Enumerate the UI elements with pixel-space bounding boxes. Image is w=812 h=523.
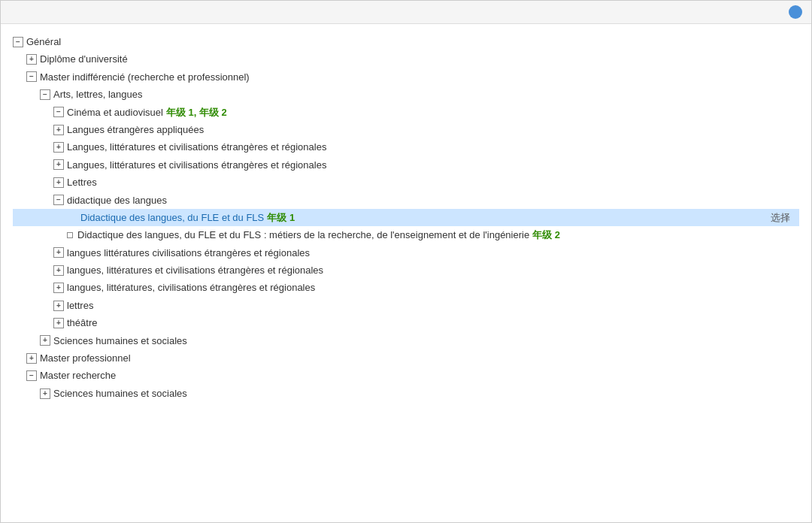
- node-label: théâtre: [67, 314, 97, 331]
- expand-icon[interactable]: +: [53, 177, 64, 188]
- year-badge: 年级 1, 年级 2: [166, 104, 227, 121]
- node-label: Sciences humaines et sociales: [53, 385, 187, 402]
- tree-row[interactable]: +Langues, littératures et civilisations …: [13, 156, 799, 174]
- collapse-icon[interactable]: −: [26, 71, 37, 82]
- tree-row[interactable]: −Arts, lettres, langues: [13, 86, 799, 103]
- node-label: didactique des langues: [67, 192, 167, 209]
- node-label: Arts, lettres, langues: [53, 86, 143, 103]
- tree-row[interactable]: −Master recherche: [13, 367, 799, 384]
- bullet-icon: [67, 232, 73, 238]
- node-label: Master indifférencié (recherche et profe…: [40, 68, 250, 86]
- tree-row[interactable]: +langues littératures civilisations étra…: [13, 244, 799, 262]
- expand-icon[interactable]: +: [53, 247, 64, 258]
- node-label: Master recherche: [40, 367, 116, 384]
- node-label: Master professionnel: [40, 349, 131, 367]
- expand-icon[interactable]: +: [53, 283, 64, 293]
- expand-icon[interactable]: +: [53, 301, 64, 311]
- year-badge: 年级 1: [267, 209, 295, 226]
- node-label: lettres: [67, 297, 93, 314]
- expand-icon[interactable]: +: [53, 318, 64, 328]
- node-label: Didactique des langues, du FLE et du FLS: [80, 209, 264, 226]
- expand-icon[interactable]: +: [40, 335, 50, 346]
- node-label: Sciences humaines et sociales: [53, 332, 187, 349]
- year-badge: 年级 2: [532, 226, 560, 243]
- expand-icon[interactable]: +: [53, 142, 64, 153]
- expand-icon[interactable]: +: [26, 54, 37, 65]
- tree-row[interactable]: +Langues, littératures et civilisations …: [13, 138, 799, 156]
- expand-icon[interactable]: +: [53, 125, 64, 135]
- node-label: langues, littératures, civilisations étr…: [67, 279, 315, 296]
- content-area: −Général+Diplôme d'université−Master ind…: [1, 24, 811, 411]
- tree-row[interactable]: +langues, littératures, civilisations ét…: [13, 279, 799, 296]
- tree: −Général+Diplôme d'université−Master ind…: [13, 33, 799, 402]
- expand-icon[interactable]: +: [40, 388, 50, 399]
- expand-icon[interactable]: +: [53, 159, 64, 170]
- node-label: Langues, littératures et civilisations é…: [67, 138, 326, 156]
- tree-row[interactable]: +Diplôme d'université: [13, 50, 799, 68]
- select-button[interactable]: 选择: [768, 209, 793, 226]
- collapse-icon[interactable]: −: [53, 107, 64, 117]
- node-label: Langues, littératures et civilisations é…: [67, 156, 326, 174]
- tree-row[interactable]: Didactique des langues, du FLE et du FLS…: [13, 226, 799, 243]
- tree-row[interactable]: +Master professionnel: [13, 349, 799, 367]
- tree-row[interactable]: −Cinéma et audiovisuel 年级 1, 年级 2选择: [13, 104, 799, 121]
- node-label: Cinéma et audiovisuel: [67, 104, 163, 121]
- collapse-icon[interactable]: −: [40, 89, 50, 100]
- expand-icon[interactable]: +: [53, 265, 64, 276]
- help-icon[interactable]: [789, 5, 802, 19]
- tree-row[interactable]: +Sciences humaines et sociales: [13, 332, 799, 349]
- tree-row[interactable]: −Général: [13, 33, 799, 50]
- tree-row[interactable]: +lettres: [13, 297, 799, 314]
- node-label: Lettres: [67, 174, 97, 191]
- node-label: langues littératures civilisations étran…: [67, 244, 310, 262]
- tree-row[interactable]: +théâtre: [13, 314, 799, 331]
- collapse-icon[interactable]: −: [13, 37, 23, 47]
- tree-row[interactable]: Didactique des langues, du FLE et du FLS…: [13, 209, 799, 226]
- node-label: langues, littératures et civilisations é…: [67, 262, 323, 279]
- node-label: Didactique des langues, du FLE et du FLS…: [77, 226, 529, 243]
- node-label: Diplôme d'université: [40, 50, 128, 68]
- page-container: −Général+Diplôme d'université−Master ind…: [0, 0, 812, 523]
- node-label: Général: [26, 33, 61, 50]
- node-label: Langues étrangères appliquées: [67, 121, 204, 138]
- header: [1, 1, 811, 24]
- collapse-icon[interactable]: −: [53, 195, 64, 205]
- tree-row[interactable]: −Master indifférencié (recherche et prof…: [13, 68, 799, 86]
- tree-row[interactable]: +Langues étrangères appliquées: [13, 121, 799, 138]
- tree-row[interactable]: +langues, littératures et civilisations …: [13, 262, 799, 279]
- tree-row[interactable]: −didactique des langues: [13, 192, 799, 209]
- tree-row[interactable]: +Sciences humaines et sociales: [13, 385, 799, 402]
- tree-row[interactable]: +Lettres: [13, 174, 799, 191]
- collapse-icon[interactable]: −: [26, 370, 37, 381]
- expand-icon[interactable]: +: [26, 353, 37, 364]
